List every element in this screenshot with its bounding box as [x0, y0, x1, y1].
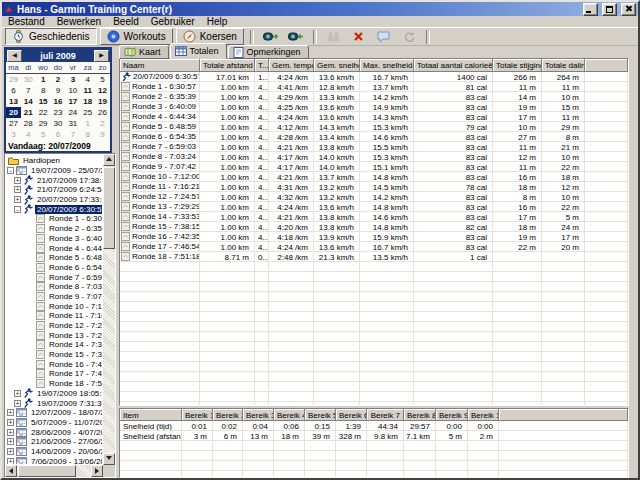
tree-item[interactable]: +5/07/2009 - 11/07/2009	[6, 418, 102, 428]
calendar-day[interactable]: 26	[95, 107, 110, 118]
lap-row[interactable]: Ronde 13 - 7:29:291.00 km4...4:24 /km13.…	[120, 202, 628, 212]
calendar-day[interactable]: 22	[36, 107, 51, 118]
expand-icon[interactable]: +	[7, 458, 14, 464]
restore-button[interactable]	[602, 3, 617, 16]
expand-icon[interactable]: +	[14, 186, 21, 193]
column-header-totale-afstand[interactable]: Totale afstand	[200, 59, 255, 72]
lap-row[interactable]: Ronde 15 - 7:38:151.00 km4...4:20 /km13.…	[120, 222, 628, 232]
calendar-next-icon[interactable]: ▶	[94, 50, 109, 62]
lap-row[interactable]: Ronde 6 - 6:54:351.00 km4...4:28 /km13.4…	[120, 132, 628, 142]
lap-row[interactable]: Ronde 14 - 7:33:531.00 km4...4:21 /km13.…	[120, 212, 628, 222]
calendar-day-selected[interactable]: 20	[6, 107, 21, 118]
tab-opmerkingen[interactable]: Opmerkingen	[228, 45, 309, 59]
lap-row[interactable]: Ronde 5 - 6:48:591.00 km4...4:12 /km14.3…	[120, 122, 628, 132]
calendar-day[interactable]: 5	[95, 74, 110, 85]
vertical-scroll-thumb[interactable]	[103, 167, 115, 249]
tree-item[interactable]: Ronde 17 - 7:46:54	[6, 369, 102, 379]
range-row[interactable]: Snelheid (afstand)3 m6 m13 m18 m39 m328 …	[120, 431, 628, 441]
tree-item[interactable]: Ronde 9 - 7:07:42	[6, 292, 102, 302]
calendar-day[interactable]: 4	[21, 129, 36, 140]
column-header-gem-tempo[interactable]: Gem. tempo	[269, 59, 314, 72]
calendar-day[interactable]: 6	[51, 129, 66, 140]
tree-item[interactable]: +21/06/2009 - 27/06/2009	[6, 437, 102, 447]
expand-icon[interactable]: +	[7, 429, 14, 436]
calendar-day[interactable]: 8	[36, 85, 51, 96]
calendar-day[interactable]: 13	[6, 96, 21, 107]
calendar-day[interactable]: 15	[36, 96, 51, 107]
calendar-day[interactable]: 3	[6, 129, 21, 140]
scroll-right-icon[interactable]	[91, 465, 103, 477]
calendar-day[interactable]: 4	[80, 74, 95, 85]
expand-icon[interactable]: +	[14, 400, 21, 407]
scroll-up-icon[interactable]	[103, 154, 115, 166]
lap-row[interactable]: Ronde 18 - 7:51:188.71 m0...2:48 /km21.3…	[120, 252, 628, 262]
delete-icon[interactable]	[348, 28, 370, 45]
expand-icon[interactable]: +	[14, 390, 21, 397]
tree-item[interactable]: Ronde 6 - 6:54:35	[6, 263, 102, 273]
tree-item[interactable]: Ronde 16 - 7:42:35	[6, 359, 102, 369]
collapse-icon[interactable]: -	[7, 167, 14, 174]
lap-row[interactable]: Ronde 11 - 7:16:211.00 km4...4:31 /km13.…	[120, 182, 628, 192]
calendar-day[interactable]: 6	[6, 85, 21, 96]
calendar-day[interactable]: 25	[80, 107, 95, 118]
column-header-bereik-4[interactable]: Bereik 4	[274, 409, 305, 421]
column-header-bereik-3[interactable]: Bereik 3	[243, 409, 274, 421]
tree-item-selected[interactable]: -20/07/2009 6:30:57	[6, 204, 102, 214]
tree-item[interactable]: Ronde 3 - 6:40:09	[6, 234, 102, 244]
column-header-bereik-10[interactable]: Bereik 10	[468, 409, 499, 421]
calendar-day[interactable]: 11	[80, 85, 95, 96]
column-header-bereik-5[interactable]: Bereik 5	[305, 409, 336, 421]
menu-item-bestand[interactable]: Bestand	[2, 16, 51, 27]
expand-icon[interactable]: +	[7, 409, 14, 416]
calendar-day[interactable]: 2	[95, 118, 110, 129]
tree-item[interactable]: Ronde 11 - 7:16:21	[6, 311, 102, 321]
calendar-day[interactable]: 1	[80, 118, 95, 129]
calendar-day[interactable]: 27	[6, 118, 21, 129]
horizontal-scroll-thumb[interactable]	[18, 465, 76, 477]
lap-row[interactable]: Ronde 4 - 6:44:341.00 km4...4:24 /km13.6…	[120, 112, 628, 122]
receive-from-device-icon[interactable]	[260, 28, 282, 45]
menu-item-help[interactable]: Help	[201, 16, 234, 27]
column-header-bereik-9[interactable]: Bereik 9	[436, 409, 468, 421]
expand-icon[interactable]: +	[14, 196, 21, 203]
tab-kaart[interactable]: Kaart	[119, 45, 169, 59]
send-to-device-icon[interactable]	[285, 28, 307, 45]
tree-item[interactable]: Hardlopen	[6, 156, 102, 166]
calendar-day[interactable]: 19	[95, 96, 110, 107]
column-header-bereik-2[interactable]: Bereik 2	[213, 409, 243, 421]
calendar-day[interactable]: 18	[80, 96, 95, 107]
tree-item[interactable]: -19/07/2009 - 25/07/2009	[6, 166, 102, 176]
tree-item[interactable]: Ronde 7 - 6:59:03	[6, 272, 102, 282]
calendar-day[interactable]: 1	[36, 74, 51, 85]
range-row[interactable]: Snelheid (tijd)0:010:020:040:060:151:394…	[120, 421, 628, 431]
expand-icon[interactable]: +	[7, 448, 14, 455]
lap-row[interactable]: Ronde 12 - 7:24:571.00 km4...4:32 /km13.…	[120, 192, 628, 202]
calendar-day[interactable]: 30	[51, 118, 66, 129]
tab-totalen[interactable]: Totalen	[170, 43, 227, 59]
tree-item[interactable]: +28/06/2009 - 4/07/2009	[6, 427, 102, 437]
calendar-day[interactable]: 7	[21, 85, 36, 96]
column-header-bereik-6[interactable]: Bereik 6	[336, 409, 367, 421]
calendar-day[interactable]: 21	[21, 107, 36, 118]
lap-row[interactable]: Ronde 8 - 7:03:241.00 km4...4:17 /km14.0…	[120, 152, 628, 162]
calendar-day[interactable]: 31	[65, 118, 80, 129]
calendar-day[interactable]: 5	[36, 129, 51, 140]
workouts-button[interactable]: Workouts	[100, 28, 173, 45]
column-header-naam[interactable]: Naam	[120, 59, 200, 72]
calendar-day[interactable]: 17	[65, 96, 80, 107]
calendar-day[interactable]: 7	[65, 129, 80, 140]
calendar-day[interactable]: 30	[21, 74, 36, 85]
calendar-day[interactable]: 29	[36, 118, 51, 129]
expand-icon[interactable]: +	[14, 177, 21, 184]
expand-icon[interactable]: +	[7, 438, 14, 445]
tree-item[interactable]: +19/07/2009 7:31:36	[6, 398, 102, 408]
calendar-day[interactable]: 3	[65, 74, 80, 85]
calendar-day[interactable]: 12	[95, 85, 110, 96]
column-header-totale-daling[interactable]: Totale daling	[542, 59, 585, 72]
tree-item[interactable]: Ronde 13 - 7:29:29	[6, 330, 102, 340]
scroll-left-icon[interactable]	[5, 465, 17, 477]
calendar-prev-icon[interactable]: ◀	[7, 50, 22, 62]
column-header-bereik-7[interactable]: Bereik 7	[367, 409, 404, 421]
tree-item[interactable]: +7/06/2009 - 13/06/2009	[6, 456, 102, 464]
calendar-day[interactable]: 29	[6, 74, 21, 85]
